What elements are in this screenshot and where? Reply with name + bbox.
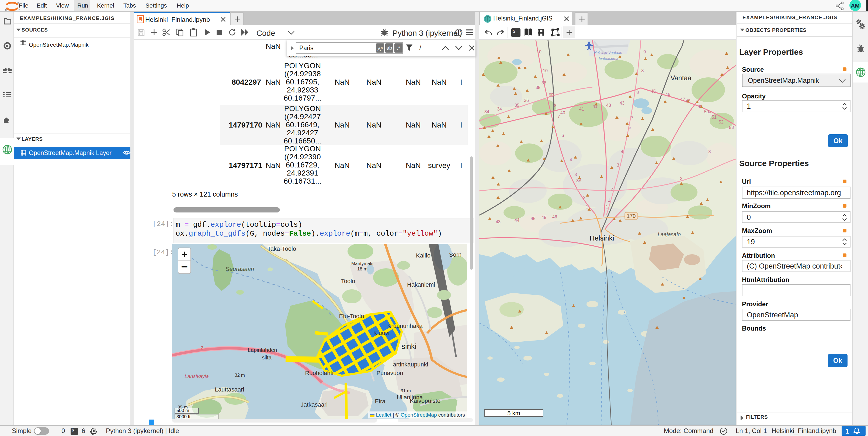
svg-text:Vantaa: Vantaa [671,74,691,82]
svg-text:36: 36 [524,98,529,103]
svg-text:38: 38 [541,81,546,85]
svg-text:3: 3 [709,149,711,154]
svg-text:Laajasalo: Laajasalo [658,231,681,237]
svg-text:52: 52 [719,120,723,124]
svg-text:9: 9 [644,50,646,54]
svg-text:4: 4 [621,149,623,154]
svg-text:50a: 50a [704,110,711,114]
svg-text:Kaivopuisto: Kaivopuisto [410,398,440,404]
svg-text:7: 7 [558,114,560,119]
svg-text:Taka-Toolo: Taka-Toolo [268,245,296,252]
svg-text:Kluuvi: Kluuvi [373,329,390,336]
svg-text:53: 53 [729,125,734,130]
svg-text:Etu-Toolo: Etu-Toolo [339,313,364,320]
svg-text:40: 40 [560,111,565,115]
svg-text:51: 51 [712,115,717,119]
svg-text:Helsinki: Helsinki [589,234,614,242]
svg-text:2: 2 [611,187,613,192]
svg-text:38: 38 [535,85,540,90]
svg-text:3A: 3A [576,178,582,183]
svg-text:3: 3 [617,163,619,168]
svg-text:8: 8 [554,104,557,108]
svg-text:47: 47 [680,97,685,101]
svg-text:34: 34 [497,107,502,111]
svg-text:2: 2 [583,195,586,200]
svg-text:45: 45 [541,215,546,220]
svg-text:4: 4 [570,157,572,162]
svg-text:Jatkasaari: Jatkasaari [301,401,328,408]
svg-text:9B: 9B [549,93,554,97]
svg-text:1: 1 [608,198,611,203]
svg-text:Ruoholahti: Ruoholahti [305,370,333,376]
svg-text:43: 43 [606,103,611,108]
svg-text:32 m: 32 m [235,373,245,378]
svg-text:artinkaupunki: artinkaupunki [393,361,428,368]
svg-text:Punavuori: Punavuori [376,370,403,376]
svg-text:silta: silta [262,355,272,360]
svg-text:45: 45 [531,216,535,221]
svg-text:Lansivayla: Lansivayla [185,373,209,379]
svg-text:5: 5 [631,114,633,119]
svg-text:43: 43 [620,101,624,106]
svg-text:Kallio: Kallio [416,252,431,259]
svg-text:10: 10 [543,68,548,73]
svg-text:44: 44 [515,218,519,223]
svg-text:Seurasaari: Seurasaari [225,266,255,272]
svg-text:2: 2 [201,345,203,351]
svg-text:Hakaniemi: Hakaniemi [407,281,435,288]
svg-text:10: 10 [537,50,541,54]
svg-text:Eira: Eira [375,398,385,405]
svg-text:Kruununhaka: Kruununhaka [388,322,423,329]
svg-text:170: 170 [627,213,636,219]
svg-text:46: 46 [552,215,557,219]
svg-text:43: 43 [496,220,500,224]
svg-text:46: 46 [665,92,670,97]
svg-text:1: 1 [606,205,608,209]
svg-text:3: 3 [680,176,683,181]
svg-text:34: 34 [485,110,489,114]
svg-text:45: 45 [651,89,656,93]
svg-text:18 m: 18 m [357,266,368,271]
svg-text:31 m: 31 m [401,388,411,394]
svg-text:1: 1 [586,205,588,209]
svg-text:8: 8 [642,68,644,73]
svg-text:Sorn: Sorn [449,251,462,258]
svg-text:sinki: sinki [401,342,416,351]
svg-text:41: 41 [579,107,584,111]
svg-text:5: 5 [628,125,631,130]
svg-text:6: 6 [562,133,564,138]
svg-text:Lauttasaari: Lauttasaari [215,386,244,393]
svg-text:Helsinki-Vantaan: Helsinki-Vantaan [594,51,622,55]
svg-text:Mantymaki: Mantymaki [351,261,373,266]
svg-text:lentoasema: lentoasema [599,56,619,61]
svg-text:3: 3 [575,172,577,177]
svg-text:Lapinlahden: Lapinlahden [248,347,277,353]
svg-text:35: 35 [515,103,519,108]
svg-text:8: 8 [637,90,639,95]
svg-text:Toolo: Toolo [341,278,355,285]
